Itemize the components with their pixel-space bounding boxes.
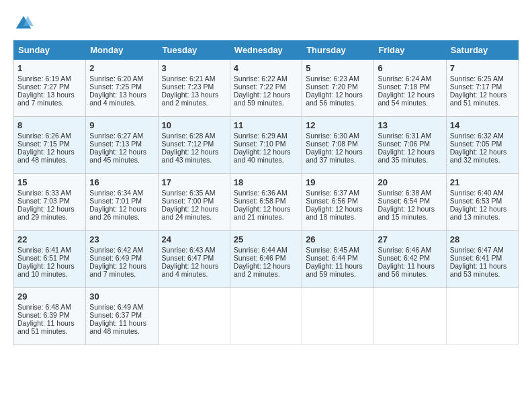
- daylight-text: Daylight: 12 hours and 15 minutes.: [378, 205, 435, 221]
- col-header-sunday: Sunday: [14, 41, 86, 60]
- calendar-cell: 6 Sunrise: 6:24 AM Sunset: 7:18 PM Dayli…: [374, 60, 446, 117]
- day-number: 9: [89, 120, 154, 130]
- calendar-cell: 17 Sunrise: 6:35 AM Sunset: 7:00 PM Dayl…: [158, 174, 230, 231]
- day-number: 29: [17, 291, 82, 302]
- day-number: 16: [89, 177, 154, 187]
- sunrise-text: Sunrise: 6:45 AM: [306, 246, 359, 254]
- day-number: 14: [450, 120, 515, 130]
- day-number: 30: [89, 291, 154, 302]
- daylight-text: Daylight: 12 hours and 56 minutes.: [306, 91, 363, 107]
- sunset-text: Sunset: 7:05 PM: [450, 140, 502, 148]
- calendar-cell: 12 Sunrise: 6:30 AM Sunset: 7:08 PM Dayl…: [302, 117, 374, 174]
- page-header: [13, 13, 519, 34]
- calendar-cell: 27 Sunrise: 6:46 AM Sunset: 6:42 PM Dayl…: [374, 231, 446, 288]
- calendar-cell: [374, 288, 446, 345]
- daylight-text: Daylight: 13 hours and 7 minutes.: [17, 91, 75, 107]
- daylight-text: Daylight: 12 hours and 13 minutes.: [450, 205, 507, 221]
- sunset-text: Sunset: 7:00 PM: [162, 197, 214, 205]
- calendar-cell: 1 Sunrise: 6:19 AM Sunset: 7:27 PM Dayli…: [14, 60, 86, 117]
- sunset-text: Sunset: 7:08 PM: [306, 140, 358, 148]
- calendar-cell: 10 Sunrise: 6:28 AM Sunset: 7:12 PM Dayl…: [158, 117, 230, 174]
- sunrise-text: Sunrise: 6:25 AM: [450, 75, 504, 83]
- calendar-cell: 28 Sunrise: 6:47 AM Sunset: 6:41 PM Dayl…: [446, 231, 518, 288]
- daylight-text: Daylight: 12 hours and 45 minutes.: [89, 148, 146, 164]
- day-number: 18: [234, 177, 298, 187]
- daylight-text: Daylight: 12 hours and 29 minutes.: [17, 205, 75, 221]
- sunset-text: Sunset: 6:37 PM: [89, 311, 142, 319]
- calendar-cell: 20 Sunrise: 6:38 AM Sunset: 6:54 PM Dayl…: [374, 174, 446, 231]
- sunset-text: Sunset: 6:53 PM: [450, 197, 502, 205]
- day-number: 5: [306, 63, 370, 73]
- sunset-text: Sunset: 7:15 PM: [17, 140, 70, 148]
- calendar-week-row: 8 Sunrise: 6:26 AM Sunset: 7:15 PM Dayli…: [14, 117, 519, 174]
- daylight-text: Daylight: 12 hours and 7 minutes.: [89, 262, 146, 278]
- calendar-cell: [158, 288, 230, 345]
- calendar-cell: 3 Sunrise: 6:21 AM Sunset: 7:23 PM Dayli…: [158, 60, 230, 117]
- calendar-cell: 13 Sunrise: 6:31 AM Sunset: 7:06 PM Dayl…: [374, 117, 446, 174]
- sunset-text: Sunset: 7:06 PM: [378, 140, 430, 148]
- day-number: 6: [378, 63, 442, 73]
- col-header-saturday: Saturday: [446, 41, 518, 60]
- sunset-text: Sunset: 6:39 PM: [17, 311, 70, 319]
- sunrise-text: Sunrise: 6:31 AM: [378, 132, 431, 140]
- daylight-text: Daylight: 12 hours and 32 minutes.: [450, 148, 507, 164]
- sunset-text: Sunset: 7:13 PM: [89, 140, 142, 148]
- day-number: 24: [162, 234, 226, 244]
- calendar-cell: 14 Sunrise: 6:32 AM Sunset: 7:05 PM Dayl…: [446, 117, 518, 174]
- sunrise-text: Sunrise: 6:46 AM: [378, 246, 431, 254]
- sunset-text: Sunset: 7:22 PM: [234, 83, 286, 91]
- calendar-table: SundayMondayTuesdayWednesdayThursdayFrid…: [13, 40, 519, 345]
- sunset-text: Sunset: 7:10 PM: [234, 140, 286, 148]
- day-number: 13: [378, 120, 442, 130]
- calendar-cell: 4 Sunrise: 6:22 AM Sunset: 7:22 PM Dayli…: [230, 60, 302, 117]
- sunrise-text: Sunrise: 6:26 AM: [17, 132, 71, 140]
- sunrise-text: Sunrise: 6:24 AM: [378, 75, 431, 83]
- sunset-text: Sunset: 7:23 PM: [162, 83, 214, 91]
- sunset-text: Sunset: 7:27 PM: [17, 83, 70, 91]
- sunset-text: Sunset: 7:01 PM: [89, 197, 142, 205]
- logo: [13, 13, 36, 34]
- day-number: 7: [450, 63, 515, 73]
- daylight-text: Daylight: 12 hours and 26 minutes.: [89, 205, 146, 221]
- daylight-text: Daylight: 12 hours and 40 minutes.: [234, 148, 291, 164]
- day-number: 20: [378, 177, 442, 187]
- day-number: 17: [162, 177, 226, 187]
- calendar-cell: 24 Sunrise: 6:43 AM Sunset: 6:47 PM Dayl…: [158, 231, 230, 288]
- calendar-cell: 30 Sunrise: 6:49 AM Sunset: 6:37 PM Dayl…: [86, 288, 158, 345]
- calendar-cell: 19 Sunrise: 6:37 AM Sunset: 6:56 PM Dayl…: [302, 174, 374, 231]
- day-number: 19: [306, 177, 370, 187]
- sunset-text: Sunset: 6:49 PM: [89, 254, 142, 262]
- calendar-cell: 23 Sunrise: 6:42 AM Sunset: 6:49 PM Dayl…: [86, 231, 158, 288]
- sunrise-text: Sunrise: 6:40 AM: [450, 189, 504, 197]
- calendar-cell: 25 Sunrise: 6:44 AM Sunset: 6:46 PM Dayl…: [230, 231, 302, 288]
- day-number: 21: [450, 177, 515, 187]
- daylight-text: Daylight: 12 hours and 59 minutes.: [234, 91, 291, 107]
- calendar-cell: 15 Sunrise: 6:33 AM Sunset: 7:03 PM Dayl…: [14, 174, 86, 231]
- calendar-cell: 2 Sunrise: 6:20 AM Sunset: 7:25 PM Dayli…: [86, 60, 158, 117]
- calendar-week-row: 22 Sunrise: 6:41 AM Sunset: 6:51 PM Dayl…: [14, 231, 519, 288]
- daylight-text: Daylight: 12 hours and 37 minutes.: [306, 148, 363, 164]
- day-number: 12: [306, 120, 370, 130]
- sunrise-text: Sunrise: 6:41 AM: [17, 246, 71, 254]
- calendar-cell: 16 Sunrise: 6:34 AM Sunset: 7:01 PM Dayl…: [86, 174, 158, 231]
- calendar-cell: 21 Sunrise: 6:40 AM Sunset: 6:53 PM Dayl…: [446, 174, 518, 231]
- calendar-cell: 7 Sunrise: 6:25 AM Sunset: 7:17 PM Dayli…: [446, 60, 518, 117]
- day-number: 15: [17, 177, 82, 187]
- daylight-text: Daylight: 12 hours and 35 minutes.: [378, 148, 435, 164]
- sunset-text: Sunset: 7:18 PM: [378, 83, 430, 91]
- day-number: 11: [234, 120, 298, 130]
- calendar-cell: 18 Sunrise: 6:36 AM Sunset: 6:58 PM Dayl…: [230, 174, 302, 231]
- daylight-text: Daylight: 12 hours and 24 minutes.: [162, 205, 219, 221]
- sunset-text: Sunset: 6:41 PM: [450, 254, 502, 262]
- day-number: 8: [17, 120, 82, 130]
- sunset-text: Sunset: 7:20 PM: [306, 83, 358, 91]
- daylight-text: Daylight: 12 hours and 2 minutes.: [234, 262, 291, 278]
- sunrise-text: Sunrise: 6:35 AM: [162, 189, 216, 197]
- sunrise-text: Sunrise: 6:44 AM: [234, 246, 287, 254]
- daylight-text: Daylight: 12 hours and 54 minutes.: [378, 91, 435, 107]
- daylight-text: Daylight: 11 hours and 48 minutes.: [89, 319, 146, 335]
- daylight-text: Daylight: 11 hours and 51 minutes.: [17, 319, 75, 335]
- sunrise-text: Sunrise: 6:47 AM: [450, 246, 504, 254]
- sunrise-text: Sunrise: 6:30 AM: [306, 132, 359, 140]
- daylight-text: Daylight: 12 hours and 21 minutes.: [234, 205, 291, 221]
